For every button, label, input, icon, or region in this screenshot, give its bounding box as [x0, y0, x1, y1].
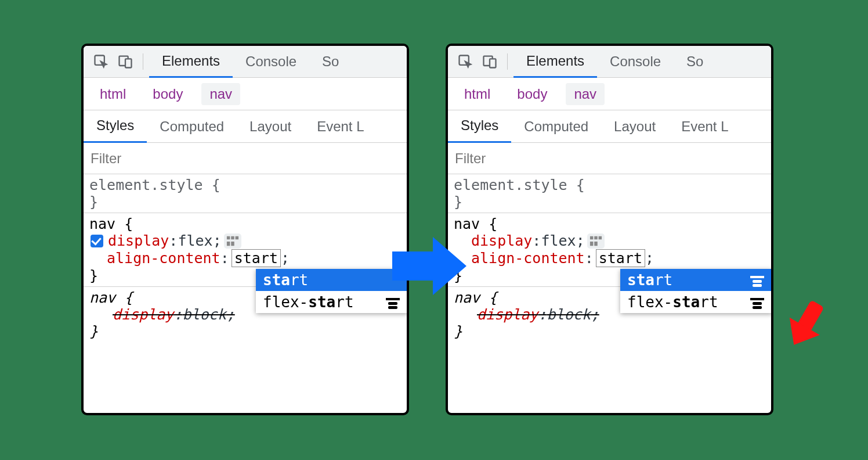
rule-nav: nav { display : flex ; align-content : s… [448, 213, 771, 287]
svg-rect-14 [590, 236, 594, 239]
inspect-icon[interactable] [93, 53, 109, 70]
crumb-body[interactable]: body [509, 83, 555, 105]
subtab-styles[interactable]: Styles [448, 110, 511, 143]
svg-rect-3 [227, 236, 230, 239]
svg-rect-15 [594, 236, 598, 239]
devtools-panel-after: Elements Console So html body nav Styles… [446, 44, 773, 415]
svg-rect-6 [227, 241, 230, 245]
decl-align-content[interactable]: align-content : start ; [454, 249, 765, 267]
align-start-icon [749, 296, 765, 308]
svg-rect-5 [235, 236, 238, 239]
nav-ua-close: } [89, 323, 401, 340]
decl-align-content[interactable]: align-content : start ; [89, 249, 401, 267]
filter-input[interactable] [455, 150, 764, 167]
flex-editor-icon[interactable] [224, 233, 241, 249]
element-style-close: } [89, 193, 401, 210]
svg-rect-2 [125, 59, 132, 67]
svg-rect-24 [753, 306, 762, 309]
autocomplete-dropdown: start flex-start [256, 269, 408, 313]
breadcrumbs: html body nav [84, 78, 407, 110]
tab-elements[interactable]: Elements [513, 46, 597, 78]
svg-rect-21 [753, 284, 762, 287]
svg-rect-13 [490, 59, 496, 67]
tab-sources-partial[interactable]: So [309, 46, 352, 78]
rule-element-style: element.style { } [84, 174, 407, 213]
subtab-eventlisteners-partial[interactable]: Event L [304, 110, 377, 143]
filter-row [84, 143, 407, 174]
devtools-panel-before: Elements Console So html body nav Styles… [81, 44, 409, 415]
tab-sources-partial[interactable]: So [674, 46, 716, 78]
breadcrumbs: html body nav [448, 78, 771, 110]
svg-rect-4 [231, 236, 234, 239]
device-toggle-icon[interactable] [482, 53, 498, 70]
decl-display[interactable]: display : flex ; [454, 232, 765, 249]
nav-open[interactable]: nav { [89, 215, 401, 232]
svg-rect-23 [753, 302, 762, 305]
subtab-eventlisteners-partial[interactable]: Event L [668, 110, 741, 143]
tab-console[interactable]: Console [233, 46, 309, 78]
inspect-icon[interactable] [457, 53, 473, 70]
decl-display[interactable]: display : flex ; [89, 232, 401, 249]
element-style-open[interactable]: element.style { [89, 177, 401, 193]
subtab-computed[interactable]: Computed [511, 110, 601, 143]
callout-arrow-icon [775, 293, 833, 351]
svg-rect-19 [750, 276, 764, 278]
checkbox-display[interactable] [91, 235, 103, 247]
styles-subtabs: Styles Computed Layout Event L [448, 110, 771, 143]
styles-subtabs: Styles Computed Layout Event L [84, 110, 407, 143]
nav-ua-close: } [454, 323, 765, 340]
tab-elements[interactable]: Elements [149, 46, 233, 78]
subtab-computed[interactable]: Computed [147, 110, 237, 143]
value-editing[interactable]: start [232, 249, 281, 267]
transition-arrow-icon [392, 231, 468, 301]
devtools-toolbar: Elements Console So [84, 46, 407, 78]
crumb-nav[interactable]: nav [566, 83, 605, 105]
svg-rect-10 [388, 306, 397, 309]
devtools-toolbar: Elements Console So [448, 46, 771, 78]
svg-rect-18 [594, 241, 598, 245]
crumb-html[interactable]: html [456, 83, 498, 105]
element-style-open[interactable]: element.style { [454, 177, 765, 193]
autocomplete-dropdown: start flex-start [620, 269, 772, 313]
filter-input[interactable] [91, 150, 400, 167]
align-start-icon [749, 274, 765, 286]
rule-element-style: element.style { } [448, 174, 771, 213]
autocomplete-opt-start[interactable]: start [256, 269, 408, 291]
rule-nav: nav { display : flex ; align-content : s… [84, 213, 407, 287]
svg-rect-16 [598, 236, 602, 239]
device-toggle-icon[interactable] [117, 53, 133, 70]
autocomplete-opt-start[interactable]: start [620, 269, 772, 291]
toolbar-divider [143, 53, 143, 70]
element-style-close: } [454, 193, 765, 210]
subtab-styles[interactable]: Styles [84, 110, 147, 143]
autocomplete-opt-flex-start[interactable]: flex-start [620, 291, 772, 313]
svg-rect-9 [388, 302, 397, 305]
tab-console[interactable]: Console [597, 46, 674, 78]
toolbar-divider [507, 53, 508, 70]
filter-row [448, 143, 771, 174]
subtab-layout[interactable]: Layout [601, 110, 668, 143]
nav-open[interactable]: nav { [454, 215, 765, 232]
crumb-body[interactable]: body [144, 83, 191, 105]
crumb-nav[interactable]: nav [201, 83, 240, 105]
svg-rect-20 [753, 280, 762, 283]
flex-editor-icon[interactable] [587, 233, 605, 249]
svg-rect-17 [590, 241, 594, 245]
crumb-html[interactable]: html [92, 83, 134, 105]
autocomplete-opt-flex-start[interactable]: flex-start [256, 291, 408, 313]
value-editing[interactable]: start [596, 249, 645, 267]
svg-rect-7 [231, 241, 234, 245]
svg-marker-25 [392, 237, 466, 295]
subtab-layout[interactable]: Layout [237, 110, 304, 143]
svg-rect-22 [750, 298, 764, 300]
